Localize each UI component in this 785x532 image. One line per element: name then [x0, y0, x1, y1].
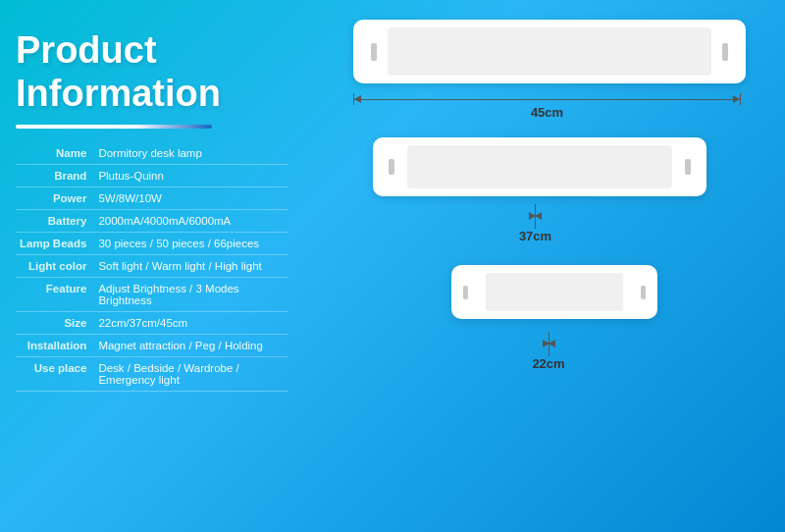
lamp-45cm: [343, 20, 756, 83]
table-row: Use placeDesk / Bedside / Wardrobe / Eme…: [16, 357, 288, 392]
row-value-6: Adjust Brightness / 3 Modes Brightness: [94, 278, 288, 312]
dim-label-37cm: 37cm: [519, 229, 551, 243]
arrow-line-3: [549, 344, 550, 345]
arrow-line-2: [535, 216, 536, 217]
row-value-3: 2000mA/4000mA/6000mA: [94, 210, 288, 233]
row-label-4: Lamp Beads: [16, 233, 94, 255]
row-value-2: 5W/8W/10W: [94, 187, 288, 210]
lamp-body-45cm: [353, 20, 746, 83]
lamp-body-22cm: [451, 265, 657, 319]
lamp-body-37cm: [373, 137, 706, 196]
row-value-1: Plutus-Quinn: [94, 165, 288, 187]
tick-right-1: [740, 93, 741, 105]
row-value-4: 30 pieces / 50 pieces / 66pieces: [94, 233, 288, 255]
table-row: Light colorSoft light / Warm light / Hig…: [16, 255, 288, 278]
table-row: Lamp Beads30 pieces / 50 pieces / 66piec…: [16, 233, 288, 255]
lamp-22cm: [442, 265, 667, 319]
lamp-37cm: [363, 137, 716, 196]
title-line1: Product: [16, 29, 157, 71]
row-label-5: Light color: [16, 255, 94, 278]
row-label-8: Installation: [16, 335, 94, 357]
arrow-line-1: [354, 99, 740, 100]
product-info-table: NameDormitory desk lampBrandPlutus-Quinn…: [16, 142, 288, 392]
dimension-37cm: 37cm: [371, 204, 700, 243]
dim-label-22cm: 22cm: [532, 356, 564, 371]
table-row: Battery2000mA/4000mA/6000mA: [16, 210, 288, 233]
right-panel: 45cm 37cm 22cm: [343, 10, 775, 520]
lamp-inner-45cm: [388, 27, 711, 76]
lamp-inner-37cm: [407, 145, 672, 188]
table-row: NameDormitory desk lamp: [16, 142, 288, 165]
dimension-22cm: 22cm: [449, 332, 648, 371]
row-value-5: Soft light / Warm light / High light: [94, 255, 288, 278]
table-row: Power5W/8W/10W: [16, 187, 288, 210]
row-label-9: Use place: [16, 357, 94, 392]
lamp-inner-22cm: [486, 273, 623, 311]
row-label-0: Name: [16, 142, 94, 165]
title-line2: Information: [16, 73, 221, 114]
row-value-0: Dormitory desk lamp: [94, 142, 288, 165]
table-row: BrandPlutus-Quinn: [16, 165, 288, 187]
row-label-6: Feature: [16, 278, 94, 312]
left-panel: Product Information NameDormitory desk l…: [0, 0, 304, 532]
dim-label-45cm: 45cm: [531, 105, 563, 120]
row-label-1: Brand: [16, 165, 94, 187]
row-label-7: Size: [16, 312, 94, 335]
table-row: FeatureAdjust Brightness / 3 Modes Brigh…: [16, 278, 288, 312]
row-value-7: 22cm/37cm/45cm: [94, 312, 288, 335]
product-title: Product Information: [16, 29, 288, 115]
table-row: Size22cm/37cm/45cm: [16, 312, 288, 335]
row-value-8: Magnet attraction / Peg / Holding: [94, 335, 288, 357]
row-label-3: Battery: [16, 210, 94, 233]
table-row: InstallationMagnet attraction / Peg / Ho…: [16, 335, 288, 357]
title-underline: [16, 125, 212, 129]
dimension-45cm: 45cm: [353, 93, 741, 120]
row-label-2: Power: [16, 187, 94, 210]
row-value-9: Desk / Bedside / Wardrobe / Emergency li…: [94, 357, 288, 392]
